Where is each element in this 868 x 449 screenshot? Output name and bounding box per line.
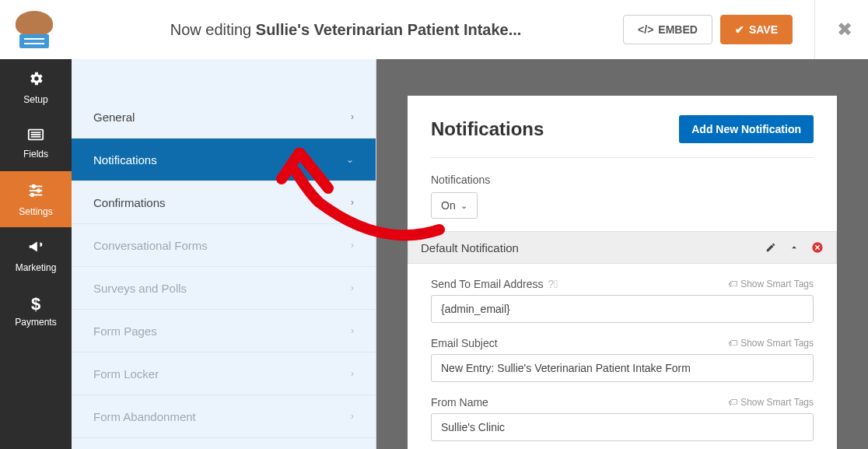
smart-tags-subject[interactable]: 🏷 Show Smart Tags: [728, 338, 814, 349]
send-to-label: Send To Email Address: [431, 278, 544, 290]
card-title: Notifications: [431, 118, 544, 140]
app-logo: [16, 11, 53, 48]
shell: Setup Fields Settings Marketing $ Paymen…: [0, 59, 868, 449]
smart-tags-label: Show Smart Tags: [740, 279, 814, 289]
embed-label: EMBED: [658, 23, 698, 36]
rail-item-settings[interactable]: Settings: [0, 171, 72, 227]
dollar-icon: $: [31, 296, 40, 313]
submenu-general[interactable]: General ›: [72, 96, 376, 139]
subject-row: Email Subject 🏷 Show Smart Tags: [431, 337, 814, 349]
topbar: Now editing Sullie's Veterinarian Patien…: [0, 0, 868, 59]
toggle-value: On: [441, 199, 456, 212]
embed-button[interactable]: </> EMBED: [623, 15, 712, 44]
svg-point-9: [31, 193, 34, 196]
notification-item-header[interactable]: Default Notification: [408, 231, 837, 264]
rail-item-payments[interactable]: $ Payments: [0, 283, 72, 339]
chevron-right-icon: ›: [351, 411, 354, 422]
help-icon[interactable]: ?⃝: [548, 278, 558, 290]
notifications-card: Notifications Add New Notification Notif…: [408, 96, 837, 449]
submenu-label: Conversational Forms: [93, 239, 208, 252]
send-to-input[interactable]: [431, 295, 814, 323]
tag-icon: 🏷: [728, 397, 737, 408]
bullhorn-icon: [27, 238, 44, 258]
chevron-right-icon: ›: [351, 111, 354, 122]
rail-label: Payments: [15, 317, 56, 328]
gear-icon: [27, 70, 44, 90]
tag-icon: 🏷: [728, 338, 737, 349]
submenu-label: Form Pages: [93, 324, 157, 338]
rail-label: Fields: [23, 149, 48, 160]
submenu-form-locker[interactable]: Form Locker ›: [72, 353, 376, 395]
editing-form-name: Sullie's Veterinarian Patient Intake...: [256, 21, 522, 38]
submenu-form-abandonment[interactable]: Form Abandonment ›: [72, 395, 376, 438]
send-to-row: Send To Email Address ?⃝ 🏷 Show Smart Ta…: [431, 278, 814, 290]
submenu-confirmations[interactable]: Confirmations ›: [72, 181, 376, 224]
from-name-row: From Name 🏷 Show Smart Tags: [431, 396, 814, 409]
subject-label: Email Subject: [431, 337, 498, 349]
divider: [814, 0, 815, 59]
submenu-label: Notifications: [93, 153, 157, 167]
submenu-conversational-forms[interactable]: Conversational Forms ›: [72, 224, 376, 267]
submenu-notifications[interactable]: Notifications ⌄: [72, 139, 376, 181]
chevron-down-icon: ⌄: [346, 154, 354, 165]
pencil-icon[interactable]: [765, 241, 777, 254]
rail-label: Setup: [23, 94, 47, 105]
delete-icon[interactable]: [811, 241, 824, 254]
rail-label: Settings: [19, 206, 52, 217]
submenu-label: Form Locker: [93, 367, 159, 381]
submenu-scroll[interactable]: General › Notifications ⌄ Confirmations …: [72, 96, 376, 449]
from-name-label: From Name: [431, 396, 488, 409]
submenu-form-pages[interactable]: Form Pages ›: [72, 310, 376, 353]
notifications-toggle[interactable]: On ⌄: [431, 192, 478, 219]
tag-icon: 🏷: [728, 279, 737, 289]
svg-point-5: [32, 184, 35, 188]
notification-item-title: Default Notification: [421, 241, 519, 254]
chevron-right-icon: ›: [351, 325, 354, 336]
smart-tags-from-name[interactable]: 🏷 Show Smart Tags: [728, 397, 814, 408]
main-area: Notifications Add New Notification Notif…: [376, 59, 868, 449]
save-button[interactable]: ✔ SAVE: [720, 15, 793, 44]
rail-item-setup[interactable]: Setup: [0, 59, 72, 115]
subject-input[interactable]: [431, 354, 814, 382]
chevron-right-icon: ›: [351, 282, 354, 293]
left-rail: Setup Fields Settings Marketing $ Paymen…: [0, 59, 72, 449]
smart-tags-send-to[interactable]: 🏷 Show Smart Tags: [728, 279, 814, 289]
rail-item-fields[interactable]: Fields: [0, 115, 72, 171]
smart-tags-label: Show Smart Tags: [740, 397, 814, 408]
notifications-toggle-label: Notifications: [431, 174, 814, 186]
top-actions: </> EMBED ✔ SAVE ✖: [623, 0, 852, 59]
from-name-input[interactable]: [431, 413, 814, 441]
svg-point-7: [37, 189, 40, 192]
card-header: Notifications Add New Notification: [431, 115, 814, 158]
rail-label: Marketing: [16, 262, 57, 273]
code-icon: </>: [638, 23, 653, 36]
rail-item-marketing[interactable]: Marketing: [0, 227, 72, 283]
chevron-up-icon[interactable]: [788, 241, 800, 254]
chevron-right-icon: ›: [351, 240, 354, 251]
chevron-right-icon: ›: [351, 368, 354, 379]
list-icon: [27, 128, 44, 145]
submenu-label: Confirmations: [93, 196, 166, 209]
main-scroll[interactable]: Notifications Add New Notification Notif…: [376, 59, 868, 449]
save-label: SAVE: [749, 23, 778, 36]
submenu-surveys-polls[interactable]: Surveys and Polls ›: [72, 267, 376, 310]
add-notification-button[interactable]: Add New Notification: [679, 115, 814, 143]
chevron-right-icon: ›: [351, 197, 354, 208]
check-icon: ✔: [735, 23, 744, 36]
editing-prefix: Now editing: [170, 21, 256, 38]
chevron-down-icon: ⌄: [460, 201, 467, 211]
settings-submenu: General › Notifications ⌄ Confirmations …: [72, 59, 376, 449]
sliders-icon: [27, 182, 44, 202]
close-icon[interactable]: ✖: [837, 19, 852, 40]
submenu-label: Form Abandonment: [93, 410, 196, 423]
editing-title: Now editing Sullie's Veterinarian Patien…: [68, 21, 623, 39]
submenu-label: General: [93, 110, 135, 124]
submenu-label: Surveys and Polls: [93, 282, 187, 295]
smart-tags-label: Show Smart Tags: [740, 338, 814, 349]
